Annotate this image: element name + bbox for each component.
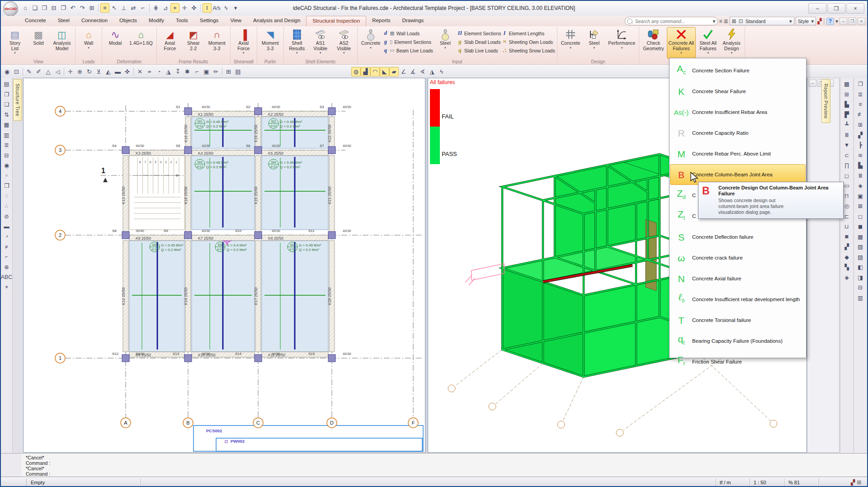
modal-button[interactable]: ∿Modal [104,27,127,59]
app-logo[interactable]: ideCAD [3,1,18,16]
tab-connection[interactable]: Connection [75,16,113,26]
menu-item-concrete-insufficient-rebar-development-length[interactable]: ℓbConcrete Insufficient rebar developmen… [670,289,806,310]
tool-icon[interactable]: ▼ [842,140,852,150]
mdi-close-button[interactable]: × [858,18,865,25]
tool-icon[interactable]: ✎ [24,67,34,76]
column[interactable] [184,355,192,362]
tool-icon[interactable]: ◌ [2,191,12,201]
mdi-minimize-button[interactable]: – [840,18,847,25]
tool-icon[interactable]: ≁ [145,67,154,76]
tool-icon[interactable]: ✏ [211,67,221,76]
tool-icon[interactable]: ▬ [2,222,12,232]
column[interactable] [255,108,262,115]
tool-icon[interactable]: ▙ [855,161,865,170]
tool-icon[interactable]: ≢ [855,110,865,120]
tool-icon[interactable]: ⊻ [94,67,104,76]
performance-button[interactable]: Performance▾ [606,27,637,59]
tool-icon[interactable]: ✜ [123,67,132,76]
axial-force-button[interactable]: ▐Axial Force▾ [232,27,255,59]
tool-icon[interactable]: ▞ [842,242,852,252]
zoom-selection-icon[interactable]: ⊿ [161,3,170,13]
beam-live-loads-button[interactable]: q▭Beam Live Loads [383,47,433,54]
tool-icon[interactable]: ◁ [53,67,62,76]
tab-steel[interactable]: Steel [52,16,75,26]
column[interactable] [122,147,129,154]
menu-item-bearing-capacity-failure-foundations-[interactable]: qtBearing Capacity Failure (Foundations) [670,331,806,351]
tool-icon[interactable]: ◍ [351,67,361,76]
search-dropdown-icon[interactable]: ▾ [712,18,715,24]
select-cursor-icon[interactable]: ↖ [110,3,119,13]
tool-icon[interactable]: ↻ [85,67,94,76]
tool-icon[interactable]: ∴ [2,201,12,211]
tool-icon[interactable]: ⊕ [2,262,12,272]
tab-drawings[interactable]: Drawings [396,16,429,26]
tool-icon[interactable]: ⊘ [2,212,12,222]
menu-item-concrete-rebar-perc-above-limit[interactable]: MConcrete Rebar Perc. Above Limit [670,143,806,164]
mdi-restore-button[interactable]: ❐ [849,18,856,25]
moment-3-3-button[interactable]: ∩Moment 3-3 [206,27,228,59]
steel-button[interactable]: Steel▾ [434,27,457,59]
tool-icon[interactable]: △ [43,67,53,76]
tool-icon[interactable]: ◔ [2,232,12,242]
open-folder-icon[interactable]: ❒ [40,3,49,13]
column[interactable] [255,147,262,154]
tool-icon[interactable]: ◧ [855,262,865,272]
column[interactable] [255,355,262,362]
tool-icon[interactable]: ⊞ [224,67,233,76]
column[interactable] [184,108,192,115]
tool-icon[interactable]: ◉ [2,161,12,170]
check-geometry-button[interactable]: Check Geometry [641,27,665,59]
menu-item-friction-shear-failure[interactable]: FrFriction Shear Failure [670,351,806,372]
display-order-icon[interactable]: ≡ [100,3,109,13]
tool-icon[interactable]: ✛ [66,67,75,76]
story-list-button[interactable]: ▤Story List▾ [4,27,26,59]
chevron-down-icon[interactable]: ▾ [835,18,838,24]
tool-icon[interactable]: ⌐ [192,67,202,76]
tool-icon[interactable]: ⇅ [2,110,12,120]
tool-icon[interactable]: ▨ [855,252,865,262]
menu-item-concrete-section-failure[interactable]: AcConcrete Section Failure [670,60,806,81]
tool-icon[interactable]: ◼ [855,222,865,232]
plan-view-pane[interactable]: K1 25/50K2 25/50K3 25/50K4 25/50K5 25/50… [23,78,425,453]
tool-icon[interactable]: ⊡ [12,67,21,76]
tool-icon[interactable]: ⊟ [2,151,12,161]
tool-icon[interactable]: ∡ [408,67,418,76]
column[interactable] [328,108,335,115]
menu-item-concrete-shear-failure[interactable]: KConcrete Shear Failure [670,81,806,102]
tool-icon[interactable]: ▥ [855,293,865,303]
tool-icon[interactable]: ▥ [2,130,12,140]
tool-icon[interactable]: ∠ [399,67,408,76]
tool-icon[interactable]: ▙ [842,99,852,109]
menu-item-concrete-crack-failure[interactable]: ωConcrete crack failure [670,247,806,268]
slab-live-loads-button[interactable]: qSlab Live Loads [458,47,501,54]
layer-combo[interactable]: ⊠ ⊡ Standard ▾ [730,17,794,25]
tool-icon[interactable]: ≠ [2,242,12,252]
tool-icon[interactable]: ❏ [2,99,12,109]
tool-icon[interactable]: ⊞ [855,120,865,130]
tool-icon[interactable]: ▛ [842,110,852,120]
save-icon[interactable]: ⊟ [49,3,58,13]
tool-icon[interactable]: Ⅲ [855,171,865,181]
home-icon[interactable]: ⌂ [21,3,30,13]
tool-icon[interactable]: ≣ [855,90,865,99]
tool-icon[interactable]: ◣ [380,67,389,76]
shell-results-button[interactable]: Shell Results▾ [286,27,308,59]
tool-icon[interactable]: ▰ [389,67,399,76]
status-zoom[interactable]: % 81 [784,478,818,487]
element-lengths-button[interactable]: IElement Lengths [502,29,555,37]
tool-icon[interactable]: ▩ [842,79,852,89]
tool-icon[interactable]: ⊂ [842,151,852,161]
curtain-wall-outline[interactable] [193,426,423,451]
tool-icon[interactable]: ◔ [154,67,164,76]
tool-icon[interactable]: ▞ [855,130,865,140]
tool-icon[interactable]: ⁑ [173,67,183,76]
steel-all-failures-button[interactable]: Steel All Failures▾ [697,27,719,59]
status-grid-icon[interactable]: ⊞ [857,479,861,486]
menu-item-concrete-deflection-failure[interactable]: SConcrete Deflection failure [670,227,806,247]
tab-modify[interactable]: Modify [143,16,170,26]
tool-icon[interactable]: ∢ [418,67,427,76]
tab-tools[interactable]: Tools [170,16,194,26]
column[interactable] [184,232,192,239]
tool-icon[interactable]: ≡ [855,99,865,109]
tool-icon[interactable]: ┣ [855,140,865,150]
